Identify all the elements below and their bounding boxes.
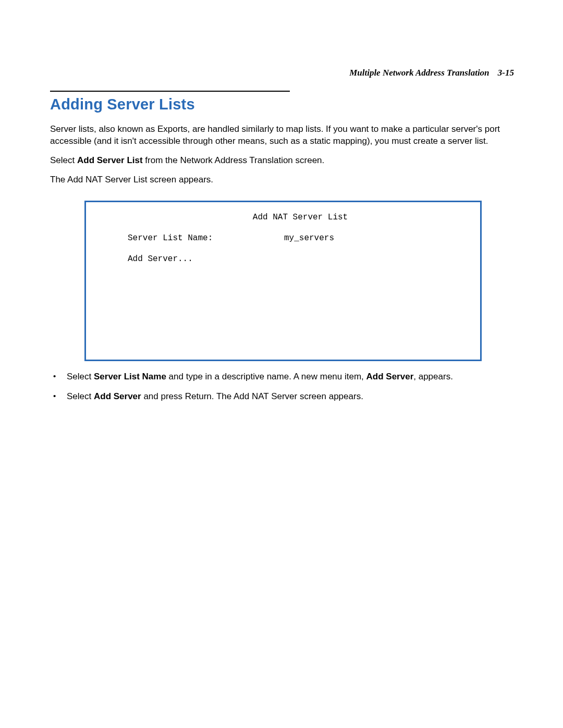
bullet-2: Select Add Server and press Return. The … (51, 390, 516, 403)
b2-pre: Select (67, 391, 94, 401)
figure-row-1: Server List Name: my_servers (128, 233, 457, 243)
b1-mid: and type in a descriptive name. A new me… (166, 372, 366, 381)
p2-pre: Select (50, 155, 77, 165)
b2-bold: Add Server (94, 391, 141, 401)
b1-bold-1: Server List Name (94, 372, 166, 381)
figure-row-2: Add Server... (128, 254, 457, 264)
bullet-list: Select Server List Name and type in a de… (50, 371, 516, 403)
body-paragraph-2: Select Add Server List from the Network … (50, 155, 516, 167)
b1-post: , appears. (413, 372, 453, 381)
bullet-1: Select Server List Name and type in a de… (51, 371, 516, 383)
figure-row-1-label: Server List Name: (128, 233, 284, 243)
body-paragraph-1: Server lists, also known as Exports, are… (50, 124, 516, 147)
figure-row-2-label: Add Server... (128, 254, 284, 264)
header-section-title: Multiple Network Address Translation (349, 68, 489, 78)
figure-title: Add NAT Server List (128, 213, 457, 222)
body-paragraph-3: The Add NAT Server List screen appears. (50, 174, 516, 186)
add-nat-server-list-screenshot: Add NAT Server List Server List Name: my… (84, 201, 482, 361)
p2-post: from the Network Address Translation scr… (143, 155, 325, 165)
section-heading: Adding Server Lists (50, 96, 516, 113)
running-header: Multiple Network Address Translation 3-1… (50, 68, 516, 78)
header-page-number: 3-15 (498, 68, 514, 78)
p2-bold: Add Server List (77, 155, 143, 165)
figure-row-1-value: my_servers (284, 233, 334, 243)
b1-pre: Select (67, 372, 94, 381)
page-content: Multiple Network Address Translation 3-1… (0, 0, 563, 456)
b2-post: and press Return. The Add NAT Server scr… (141, 391, 363, 401)
b1-bold-2: Add Server (366, 372, 414, 381)
section-rule (50, 91, 290, 92)
